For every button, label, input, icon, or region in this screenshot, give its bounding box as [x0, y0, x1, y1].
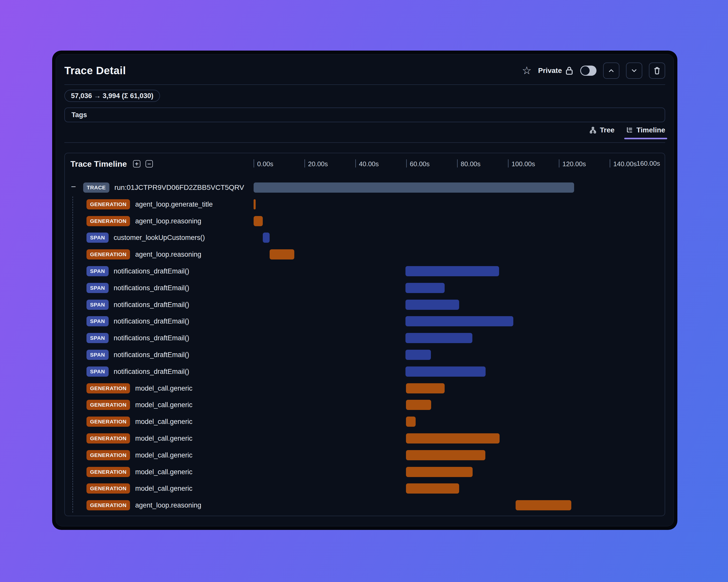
star-icon[interactable]: ☆ [522, 65, 531, 76]
observation-type-badge: TRACE [83, 183, 109, 193]
duration-bar[interactable] [406, 350, 431, 360]
delete-trace-button[interactable] [649, 62, 665, 79]
observation-type-badge: GENERATION [86, 417, 130, 427]
timeline-row[interactable]: GENERATIONmodel_call.generic [65, 480, 665, 497]
observation-type-badge: GENERATION [86, 467, 130, 477]
observation-name: model_call.generic [135, 468, 192, 476]
tab-timeline[interactable]: Timeline [626, 126, 665, 139]
timeline-row[interactable]: SPANnotifications_draftEmail() [65, 313, 665, 330]
next-trace-button[interactable] [626, 62, 642, 79]
collapse-toggle-icon[interactable]: − [71, 182, 76, 191]
timeline-row[interactable]: SPANcustomer_lookUpCustomers() [65, 229, 665, 246]
prev-trace-button[interactable] [603, 62, 619, 79]
tab-tree[interactable]: Tree [589, 126, 615, 139]
privacy-label: Private [538, 66, 562, 75]
duration-bar[interactable] [270, 249, 294, 259]
privacy-toggle[interactable] [580, 65, 597, 76]
duration-bar[interactable] [406, 383, 445, 393]
observation-type-badge: GENERATION [86, 383, 130, 393]
axis-tick: 20.00s [305, 159, 328, 168]
lock-icon [565, 66, 574, 76]
timeline-row[interactable]: GENERATIONagent_loop.reasoning [65, 497, 665, 514]
tick-label: 20.00s [308, 159, 328, 168]
tick-label: 0.00s [257, 159, 274, 168]
axis-tick: 120.00s [559, 159, 586, 168]
duration-bar[interactable] [406, 333, 472, 343]
axis-end-label: 160.00s [636, 160, 660, 167]
observation-name: notifications_draftEmail() [114, 334, 189, 342]
axis-tick: 140.00s [610, 159, 637, 168]
observation-name: notifications_draftEmail() [114, 301, 189, 309]
duration-bar[interactable] [406, 400, 431, 410]
observation-name: model_call.generic [135, 435, 192, 442]
axis-tick: 40.00s [355, 159, 379, 168]
timeline-row[interactable]: GENERATIONmodel_call.generic [65, 380, 665, 397]
timeline-row[interactable]: GENERATIONmodel_call.generic [65, 396, 665, 413]
observation-name: model_call.generic [135, 418, 192, 426]
observation-type-badge: SPAN [86, 300, 109, 310]
timeline-row[interactable]: SPANnotifications_draftEmail() [65, 263, 665, 280]
duration-bar[interactable] [406, 366, 486, 377]
token-usage-badge: 57,036 → 3,994 (Σ 61,030) [64, 90, 160, 102]
duration-bar[interactable] [406, 266, 499, 276]
observation-name: model_call.generic [135, 401, 192, 409]
axis-tick: 80.00s [457, 159, 480, 168]
tabs-divider [64, 142, 665, 143]
observation-type-badge: GENERATION [86, 216, 130, 226]
tab-timeline-underline [624, 138, 667, 139]
timeline-row[interactable]: −TRACErun:01JCTPR9VD06FD2ZBB5VCT5QRV [65, 179, 665, 196]
duration-bar[interactable] [406, 283, 445, 293]
duration-bar[interactable] [406, 300, 459, 310]
observation-name: agent_loop.reasoning [135, 251, 201, 258]
timeline-row[interactable]: SPANnotifications_draftEmail() [65, 330, 665, 347]
tick-mark [305, 159, 305, 167]
duration-bar[interactable] [254, 199, 256, 210]
trace-detail-panel: Trace Detail ☆ Private [56, 54, 674, 526]
observation-type-badge: SPAN [86, 333, 109, 343]
timeline-icon [626, 126, 633, 134]
duration-bar[interactable] [254, 183, 574, 193]
timeline-row[interactable]: GENERATIONagent_loop.generate_title [65, 196, 665, 213]
trash-icon [653, 66, 661, 75]
duration-bar[interactable] [254, 216, 263, 226]
tags-input[interactable]: Tags [64, 108, 665, 122]
observation-name: notifications_draftEmail() [114, 351, 189, 359]
tick-label: 60.00s [410, 159, 430, 168]
duration-bar[interactable] [406, 433, 500, 443]
duration-bar[interactable] [406, 417, 416, 427]
observation-type-badge: SPAN [86, 350, 109, 360]
observation-name: agent_loop.generate_title [135, 200, 213, 209]
timeline-rows: −TRACErun:01JCTPR9VD06FD2ZBB5VCT5QRVGENE… [65, 179, 665, 516]
duration-bar[interactable] [263, 232, 270, 243]
view-switcher: Tree Timeline [64, 126, 665, 143]
header-actions: ☆ Private [522, 62, 665, 79]
observation-type-badge: SPAN [86, 316, 109, 326]
duration-bar[interactable] [406, 450, 485, 460]
timeline-row[interactable]: SPANnotifications_draftEmail() [65, 280, 665, 296]
tick-label: 140.00s [613, 159, 637, 168]
timeline-row[interactable]: GENERATIONagent_loop.reasoning [65, 213, 665, 229]
observation-type-badge: SPAN [86, 232, 109, 243]
tick-label: 120.00s [563, 159, 586, 168]
duration-bar[interactable] [406, 316, 513, 326]
timeline-row[interactable]: SPANnotifications_draftEmail() [65, 296, 665, 313]
timeline-row[interactable]: SPANnotifications_draftEmail() [65, 363, 665, 380]
header: Trace Detail ☆ Private [64, 61, 665, 80]
timeline-row[interactable]: GENERATIONmodel_call.generic [65, 447, 665, 464]
duration-bar[interactable] [516, 500, 571, 510]
tree-icon [589, 126, 597, 134]
timeline-row[interactable]: GENERATIONmodel_call.generic [65, 413, 665, 430]
observation-type-badge: GENERATION [86, 500, 130, 510]
duration-bar[interactable] [406, 483, 459, 494]
tick-mark [508, 159, 509, 167]
observation-name: model_call.generic [135, 385, 192, 392]
timeline-row[interactable]: GENERATIONagent_loop.reasoning [65, 246, 665, 263]
trace-timeline-card: Trace Timeline + − 160.00s 0.00s20.00s40… [64, 153, 665, 516]
timeline-row[interactable]: GENERATIONmodel_call.generic [65, 464, 665, 480]
timeline-row[interactable]: SPANnotifications_draftEmail() [65, 347, 665, 363]
observation-name: customer_lookUpCustomers() [114, 234, 205, 242]
timeline-row[interactable]: GENERATIONmodel_call.generic [65, 430, 665, 447]
toggle-knob [581, 66, 590, 75]
duration-bar[interactable] [406, 467, 473, 477]
chevron-up-icon [607, 67, 615, 75]
